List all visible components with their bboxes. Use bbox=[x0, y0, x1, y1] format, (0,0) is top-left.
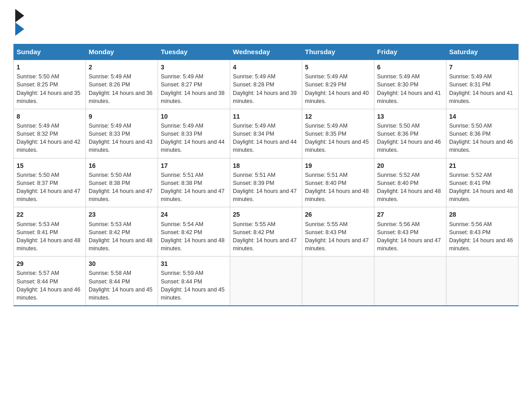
day-cell: 7Sunrise: 5:49 AMSunset: 8:31 PMDaylight… bbox=[446, 60, 519, 109]
day-cell: 6Sunrise: 5:49 AMSunset: 8:30 PMDaylight… bbox=[374, 60, 446, 109]
day-info: Sunrise: 5:54 AMSunset: 8:42 PMDaylight:… bbox=[161, 220, 227, 253]
day-cell: 30Sunrise: 5:58 AMSunset: 8:44 PMDayligh… bbox=[86, 257, 158, 306]
header-friday: Friday bbox=[374, 44, 446, 60]
week-row-2: 8Sunrise: 5:49 AMSunset: 8:32 PMDaylight… bbox=[14, 109, 519, 158]
day-cell: 16Sunrise: 5:50 AMSunset: 8:38 PMDayligh… bbox=[86, 158, 158, 207]
day-info: Sunrise: 5:57 AMSunset: 8:44 PMDaylight:… bbox=[17, 269, 83, 302]
day-info: Sunrise: 5:51 AMSunset: 8:39 PMDaylight:… bbox=[233, 171, 299, 204]
day-cell: 8Sunrise: 5:49 AMSunset: 8:32 PMDaylight… bbox=[14, 109, 86, 158]
day-info: Sunrise: 5:49 AMSunset: 8:31 PMDaylight:… bbox=[449, 73, 515, 105]
day-info: Sunrise: 5:52 AMSunset: 8:41 PMDaylight:… bbox=[449, 171, 515, 204]
header-sunday: Sunday bbox=[14, 44, 86, 60]
week-row-3: 15Sunrise: 5:50 AMSunset: 8:37 PMDayligh… bbox=[14, 158, 519, 207]
day-info: Sunrise: 5:53 AMSunset: 8:42 PMDaylight:… bbox=[89, 220, 155, 253]
day-number: 17 bbox=[161, 161, 227, 170]
day-number: 31 bbox=[161, 259, 227, 268]
day-info: Sunrise: 5:59 AMSunset: 8:44 PMDaylight:… bbox=[161, 269, 227, 302]
day-cell: 13Sunrise: 5:50 AMSunset: 8:36 PMDayligh… bbox=[374, 109, 446, 158]
day-number: 6 bbox=[377, 63, 443, 72]
day-cell: 27Sunrise: 5:56 AMSunset: 8:43 PMDayligh… bbox=[374, 207, 446, 257]
day-cell: 4Sunrise: 5:49 AMSunset: 8:28 PMDaylight… bbox=[230, 60, 302, 109]
day-number: 25 bbox=[233, 210, 299, 219]
day-number: 26 bbox=[305, 210, 371, 219]
day-number: 28 bbox=[449, 210, 515, 219]
day-info: Sunrise: 5:55 AMSunset: 8:42 PMDaylight:… bbox=[233, 220, 299, 253]
day-info: Sunrise: 5:56 AMSunset: 8:43 PMDaylight:… bbox=[377, 220, 443, 253]
week-row-4: 22Sunrise: 5:53 AMSunset: 8:41 PMDayligh… bbox=[14, 207, 519, 257]
day-info: Sunrise: 5:56 AMSunset: 8:43 PMDaylight:… bbox=[449, 220, 515, 253]
day-number: 10 bbox=[161, 112, 227, 121]
header-row: SundayMondayTuesdayWednesdayThursdayFrid… bbox=[14, 44, 519, 60]
day-cell: 1Sunrise: 5:50 AMSunset: 8:25 PMDaylight… bbox=[14, 60, 86, 109]
day-number: 13 bbox=[377, 112, 443, 121]
day-cell: 24Sunrise: 5:54 AMSunset: 8:42 PMDayligh… bbox=[158, 207, 230, 257]
day-cell: 17Sunrise: 5:51 AMSunset: 8:38 PMDayligh… bbox=[158, 158, 230, 207]
day-cell bbox=[302, 257, 374, 306]
day-info: Sunrise: 5:58 AMSunset: 8:44 PMDaylight:… bbox=[89, 269, 155, 302]
day-cell: 23Sunrise: 5:53 AMSunset: 8:42 PMDayligh… bbox=[86, 207, 158, 257]
day-number: 11 bbox=[233, 112, 299, 121]
day-info: Sunrise: 5:49 AMSunset: 8:28 PMDaylight:… bbox=[233, 73, 299, 105]
day-cell: 2Sunrise: 5:49 AMSunset: 8:26 PMDaylight… bbox=[86, 60, 158, 109]
day-cell: 12Sunrise: 5:49 AMSunset: 8:35 PMDayligh… bbox=[302, 109, 374, 158]
day-number: 21 bbox=[449, 161, 515, 170]
day-cell: 9Sunrise: 5:49 AMSunset: 8:33 PMDaylight… bbox=[86, 109, 158, 158]
day-cell: 11Sunrise: 5:49 AMSunset: 8:34 PMDayligh… bbox=[230, 109, 302, 158]
day-number: 15 bbox=[17, 161, 83, 170]
day-number: 23 bbox=[89, 210, 155, 219]
day-cell: 18Sunrise: 5:51 AMSunset: 8:39 PMDayligh… bbox=[230, 158, 302, 207]
logo-blue-text bbox=[13, 22, 24, 36]
day-number: 19 bbox=[305, 161, 371, 170]
day-info: Sunrise: 5:49 AMSunset: 8:34 PMDaylight:… bbox=[233, 122, 299, 154]
day-info: Sunrise: 5:51 AMSunset: 8:40 PMDaylight:… bbox=[305, 171, 371, 204]
day-info: Sunrise: 5:50 AMSunset: 8:25 PMDaylight:… bbox=[17, 73, 83, 105]
day-number: 22 bbox=[17, 210, 83, 219]
day-number: 20 bbox=[377, 161, 443, 170]
day-cell: 20Sunrise: 5:52 AMSunset: 8:40 PMDayligh… bbox=[374, 158, 446, 207]
day-number: 3 bbox=[161, 63, 227, 72]
day-info: Sunrise: 5:49 AMSunset: 8:35 PMDaylight:… bbox=[305, 122, 371, 154]
header-wednesday: Wednesday bbox=[230, 44, 302, 60]
day-info: Sunrise: 5:53 AMSunset: 8:41 PMDaylight:… bbox=[17, 220, 83, 253]
day-number: 12 bbox=[305, 112, 371, 121]
day-info: Sunrise: 5:49 AMSunset: 8:27 PMDaylight:… bbox=[161, 73, 227, 105]
day-number: 7 bbox=[449, 63, 515, 72]
day-info: Sunrise: 5:50 AMSunset: 8:37 PMDaylight:… bbox=[17, 171, 83, 204]
day-info: Sunrise: 5:50 AMSunset: 8:38 PMDaylight:… bbox=[89, 171, 155, 204]
day-number: 27 bbox=[377, 210, 443, 219]
header-monday: Monday bbox=[86, 44, 158, 60]
day-cell: 29Sunrise: 5:57 AMSunset: 8:44 PMDayligh… bbox=[14, 257, 86, 306]
day-info: Sunrise: 5:49 AMSunset: 8:33 PMDaylight:… bbox=[89, 122, 155, 154]
day-number: 1 bbox=[17, 63, 83, 72]
day-cell bbox=[230, 257, 302, 306]
day-number: 24 bbox=[161, 210, 227, 219]
day-info: Sunrise: 5:49 AMSunset: 8:32 PMDaylight:… bbox=[17, 122, 83, 154]
day-number: 14 bbox=[449, 112, 515, 121]
day-number: 4 bbox=[233, 63, 299, 72]
page-header bbox=[13, 9, 519, 36]
day-info: Sunrise: 5:50 AMSunset: 8:36 PMDaylight:… bbox=[377, 122, 443, 154]
calendar-table: SundayMondayTuesdayWednesdayThursdayFrid… bbox=[13, 44, 519, 306]
day-cell bbox=[374, 257, 446, 306]
header-tuesday: Tuesday bbox=[158, 44, 230, 60]
day-cell: 21Sunrise: 5:52 AMSunset: 8:41 PMDayligh… bbox=[446, 158, 519, 207]
week-row-5: 29Sunrise: 5:57 AMSunset: 8:44 PMDayligh… bbox=[14, 257, 519, 306]
day-info: Sunrise: 5:55 AMSunset: 8:43 PMDaylight:… bbox=[305, 220, 371, 253]
day-cell: 28Sunrise: 5:56 AMSunset: 8:43 PMDayligh… bbox=[446, 207, 519, 257]
day-number: 8 bbox=[17, 112, 83, 121]
header-saturday: Saturday bbox=[446, 44, 519, 60]
day-info: Sunrise: 5:52 AMSunset: 8:40 PMDaylight:… bbox=[377, 171, 443, 204]
week-row-1: 1Sunrise: 5:50 AMSunset: 8:25 PMDaylight… bbox=[14, 60, 519, 109]
day-number: 18 bbox=[233, 161, 299, 170]
day-cell: 5Sunrise: 5:49 AMSunset: 8:29 PMDaylight… bbox=[302, 60, 374, 109]
day-number: 5 bbox=[305, 63, 371, 72]
day-cell: 14Sunrise: 5:50 AMSunset: 8:36 PMDayligh… bbox=[446, 109, 519, 158]
day-info: Sunrise: 5:49 AMSunset: 8:29 PMDaylight:… bbox=[305, 73, 371, 105]
day-number: 2 bbox=[89, 63, 155, 72]
day-cell bbox=[446, 257, 519, 306]
day-cell: 31Sunrise: 5:59 AMSunset: 8:44 PMDayligh… bbox=[158, 257, 230, 306]
logo-general-text bbox=[13, 9, 24, 22]
day-info: Sunrise: 5:49 AMSunset: 8:30 PMDaylight:… bbox=[377, 73, 443, 105]
day-number: 29 bbox=[17, 259, 83, 268]
logo bbox=[13, 9, 24, 36]
